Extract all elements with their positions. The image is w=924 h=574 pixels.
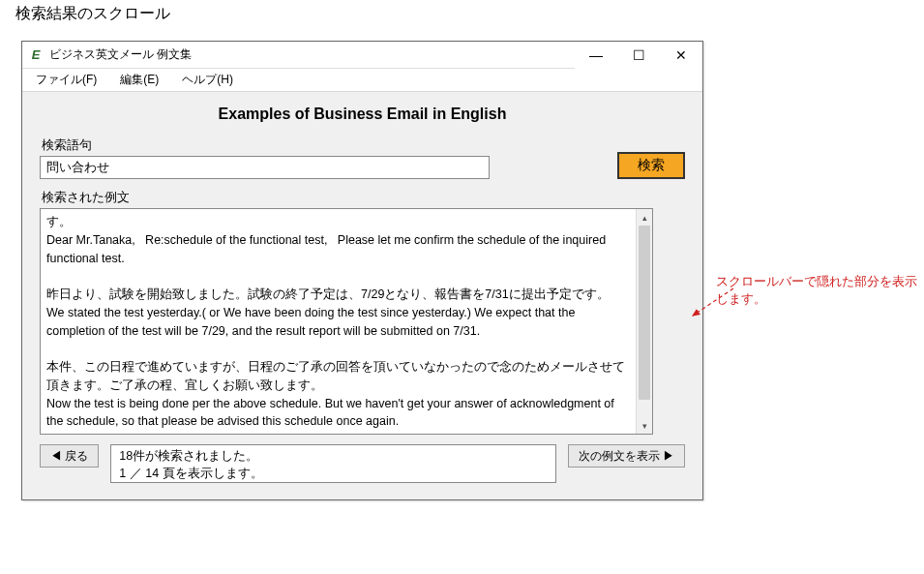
annotation-text: スクロールバーで隠れた部分を表示します。 bbox=[716, 273, 924, 308]
search-button[interactable]: 検索 bbox=[617, 152, 685, 179]
scrollbar[interactable]: ▴ ▾ bbox=[636, 209, 652, 434]
content-area: Examples of Business Email in English 検索… bbox=[22, 92, 702, 495]
close-button[interactable]: ✕ bbox=[660, 42, 702, 69]
content-heading: Examples of Business Email in English bbox=[40, 106, 685, 123]
search-row: 検索語句 検索 bbox=[40, 136, 685, 179]
app-window: E ビジネス英文メール 例文集 — ☐ ✕ ファイル(F) 編集(E) ヘルプ(… bbox=[21, 41, 703, 500]
menu-edit[interactable]: 編集(E) bbox=[110, 70, 168, 90]
status-line-1: 18件が検索されました。 bbox=[119, 448, 547, 466]
minimize-button[interactable]: — bbox=[575, 42, 617, 69]
scroll-down-icon[interactable]: ▾ bbox=[637, 417, 652, 434]
menubar: ファイル(F) 編集(E) ヘルプ(H) bbox=[22, 69, 702, 92]
results-text: す。 Dear Mr.Tanaka, Re:schedule of the fu… bbox=[41, 209, 636, 434]
search-label: 検索語句 bbox=[40, 136, 588, 154]
results-label: 検索された例文 bbox=[42, 189, 685, 206]
window-controls: — ☐ ✕ bbox=[575, 42, 702, 69]
footer-row: ◀ 戻る 18件が検索されました。 1 ／ 14 頁を表示します。 次の例文を表… bbox=[40, 444, 685, 483]
menu-file[interactable]: ファイル(F) bbox=[26, 70, 106, 90]
results-box: す。 Dear Mr.Tanaka, Re:schedule of the fu… bbox=[40, 208, 653, 435]
scroll-thumb[interactable] bbox=[639, 226, 650, 400]
menu-help[interactable]: ヘルプ(H) bbox=[172, 70, 243, 90]
window-title: ビジネス英文メール 例文集 bbox=[49, 46, 192, 63]
status-box: 18件が検索されました。 1 ／ 14 頁を表示します。 bbox=[110, 444, 555, 483]
next-button[interactable]: 次の例文を表示 ▶ bbox=[568, 444, 685, 468]
maximize-button[interactable]: ☐ bbox=[617, 42, 660, 69]
page-title: 検索結果のスクロール bbox=[15, 4, 170, 24]
scroll-up-icon[interactable]: ▴ bbox=[637, 209, 652, 226]
titlebar: E ビジネス英文メール 例文集 — ☐ ✕ bbox=[22, 42, 702, 69]
status-line-2: 1 ／ 14 頁を表示します。 bbox=[119, 466, 547, 483]
back-button[interactable]: ◀ 戻る bbox=[40, 444, 99, 468]
search-input[interactable] bbox=[40, 156, 490, 179]
app-icon: E bbox=[28, 47, 44, 63]
